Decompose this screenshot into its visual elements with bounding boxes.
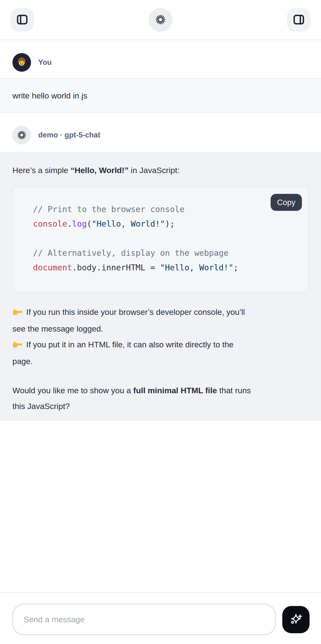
assistant-author-label: demo · gpt-5-chat bbox=[38, 131, 100, 139]
user-author-label: You bbox=[38, 58, 52, 67]
sidebar-left-toggle-button[interactable] bbox=[10, 8, 34, 32]
send-button[interactable] bbox=[282, 606, 310, 633]
sidebar-right-toggle-button[interactable] bbox=[287, 8, 311, 32]
composer-bar bbox=[0, 592, 321, 644]
sidebar-left-icon bbox=[15, 13, 29, 27]
user-message-text: write hello world in js bbox=[12, 91, 87, 100]
tip-line: page. bbox=[12, 353, 309, 369]
top-bar bbox=[0, 0, 321, 40]
code-line-blank bbox=[33, 231, 294, 246]
code-line: // Print to the browser console bbox=[33, 202, 294, 216]
pointing-right-icon bbox=[12, 305, 23, 321]
chat-app: { "header": { "left_icon": "sidebar-left… bbox=[0, 0, 321, 644]
starburst-icon bbox=[155, 14, 166, 26]
user-author-row: You bbox=[12, 53, 309, 72]
sidebar-right-icon bbox=[292, 13, 306, 27]
code-line: console.log("Hello, World!"); bbox=[33, 216, 294, 231]
code-block: Copy // Print to the browser console con… bbox=[12, 187, 309, 292]
assistant-tips: If you run this inside your browser’s de… bbox=[12, 304, 309, 369]
user-message: write hello world in js bbox=[0, 78, 321, 113]
assistant-message: Here’s a simple “Hello, World!” in JavaS… bbox=[0, 152, 321, 421]
code-line: document.body.innerHTML = "Hello, World!… bbox=[33, 260, 294, 275]
followup-line: this JavaScript? bbox=[12, 398, 309, 414]
model-menu-button[interactable] bbox=[149, 8, 172, 32]
code-line: // Alternatively, display on the webpage bbox=[33, 246, 294, 260]
assistant-avatar bbox=[12, 126, 31, 144]
tip-line: If you run this inside your browser’s de… bbox=[12, 304, 309, 321]
sparkle-icon bbox=[289, 612, 303, 628]
copy-button[interactable]: Copy bbox=[271, 194, 302, 211]
tip-line: see the message logged. bbox=[12, 321, 309, 336]
message-input[interactable] bbox=[12, 604, 276, 635]
assistant-author-row: demo · gpt-5-chat bbox=[12, 126, 309, 144]
assistant-intro: Here’s a simple “Hello, World!” in JavaS… bbox=[12, 162, 309, 178]
followup-line: Would you like me to show you a full min… bbox=[12, 382, 309, 398]
pointing-right-icon bbox=[12, 338, 23, 353]
user-avatar bbox=[12, 53, 31, 72]
tip-line: If you put it in an HTML file, it can al… bbox=[12, 336, 309, 353]
assistant-followup: Would you like me to show you a full min… bbox=[12, 382, 309, 414]
